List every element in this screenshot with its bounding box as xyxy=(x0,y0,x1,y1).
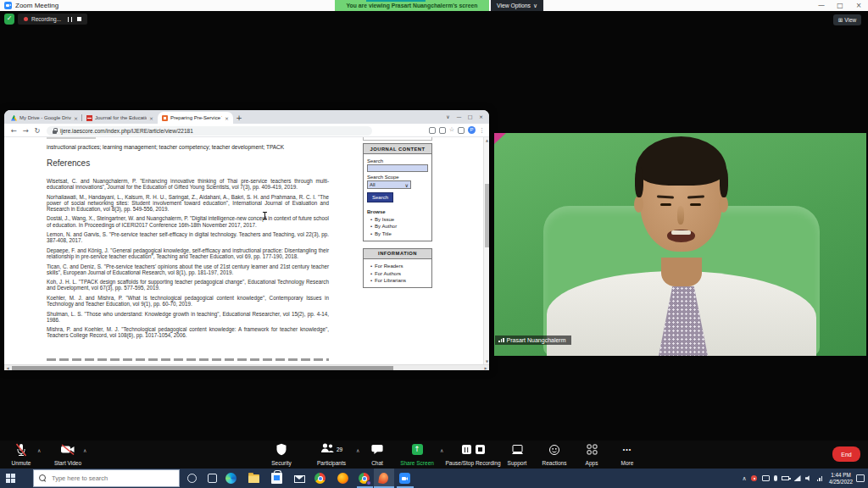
address-bar[interactable]: ijere.iaescore.com/index.php/IJERE/artic… xyxy=(47,126,372,136)
system-tray: ∧ xyxy=(742,469,822,488)
participants-button[interactable]: 29 Participants xyxy=(307,443,356,466)
chrome-profile-icon[interactable] xyxy=(359,473,370,484)
start-button[interactable] xyxy=(6,474,15,483)
task-view-icon[interactable] xyxy=(208,474,217,483)
zoom-taskbar-icon[interactable] xyxy=(399,473,410,484)
browser-maximize-button[interactable]: □ xyxy=(465,114,476,119)
journal-search-input[interactable] xyxy=(367,164,428,172)
vertical-scrollbar[interactable]: ▲ ▼ xyxy=(483,137,489,364)
for-librarians-link[interactable]: For Librarians xyxy=(367,278,428,283)
end-meeting-button[interactable]: End xyxy=(832,446,860,462)
stop-recording-icon[interactable] xyxy=(77,17,81,21)
taskbar-clock[interactable]: 1:44 PM 4/25/2022 xyxy=(829,472,853,485)
tab-search-icon[interactable]: ∨ xyxy=(442,114,453,119)
tray-mic-icon[interactable] xyxy=(774,475,777,481)
network-icon[interactable] xyxy=(794,475,801,481)
minimize-button[interactable]: — xyxy=(812,0,831,11)
battery-icon[interactable] xyxy=(782,476,789,480)
tray-display-icon[interactable] xyxy=(762,475,770,481)
url-text: ijere.iaescore.com/index.php/IJERE/artic… xyxy=(60,128,193,134)
tray-recording-icon[interactable] xyxy=(751,475,757,481)
share-page-icon[interactable] xyxy=(439,127,446,134)
journal-content-title: JOURNAL CONTENT xyxy=(364,144,431,154)
pause-recording-icon[interactable] xyxy=(68,17,72,22)
tab-close-icon[interactable]: × xyxy=(74,115,78,121)
back-icon[interactable]: ← xyxy=(8,124,19,137)
participants-count: 29 xyxy=(337,446,342,452)
vertical-scroll-thumb[interactable] xyxy=(485,184,489,247)
horizontal-scroll-thumb[interactable] xyxy=(12,366,393,370)
support-button[interactable]: Support xyxy=(498,443,536,466)
tab-google-drive[interactable]: My Drive - Google Drive × xyxy=(7,112,82,124)
reference-item: Wisetsat, C. and Nuangchalerm, P. "Enhan… xyxy=(47,178,329,190)
browser-close-button[interactable]: × xyxy=(476,114,487,119)
pause-recording-control-icon[interactable] xyxy=(462,445,471,454)
reload-icon[interactable]: ↻ xyxy=(31,124,43,137)
volume-icon[interactable] xyxy=(805,475,812,482)
reactions-button[interactable]: Reactions xyxy=(536,443,573,466)
laptop-icon xyxy=(511,443,524,456)
keywords-text: instructional practices; learning manage… xyxy=(47,144,328,150)
cortana-icon[interactable] xyxy=(187,474,197,483)
profile-avatar[interactable]: P xyxy=(468,126,476,134)
participant-name: Prasart Nuangchalerm xyxy=(507,337,566,343)
bookmark-star-icon[interactable]: ☆ xyxy=(449,126,454,134)
reference-item: Mishra, P. and Koehler, M. J. "Technolog… xyxy=(47,326,329,338)
recording-indicator: Recording... xyxy=(18,14,87,25)
wall-frame-corner xyxy=(494,133,506,144)
tab-close-icon[interactable]: × xyxy=(149,115,153,121)
zoom-meeting-window: Zoom Meeting You are viewing Prasart Nua… xyxy=(0,0,868,488)
scroll-right-icon[interactable]: ▶ xyxy=(482,365,489,371)
action-center-icon[interactable] xyxy=(856,474,865,482)
forward-icon[interactable]: → xyxy=(19,124,31,137)
cellular-signal-icon[interactable] xyxy=(817,476,823,481)
browse-by-title-link[interactable]: By Title xyxy=(367,231,428,236)
view-button[interactable]: ⊞ View xyxy=(833,14,861,25)
video-menu-chevron[interactable]: ∧ xyxy=(83,447,86,453)
unmute-button[interactable]: Unmute xyxy=(2,443,41,466)
shield-icon xyxy=(275,443,287,456)
hidden-icons-chevron[interactable]: ∧ xyxy=(742,475,746,482)
security-button[interactable]: Security xyxy=(259,443,303,466)
window-controls: — □ × xyxy=(812,0,868,11)
microsoft-store-icon[interactable] xyxy=(271,473,282,484)
taskbar-search-input[interactable] xyxy=(52,474,174,482)
person-nose xyxy=(677,206,684,225)
browser-menu-icon[interactable]: ⋮ xyxy=(479,127,485,134)
tab-article-active[interactable]: Preparing Pre-Service Teachers i... × xyxy=(158,112,233,124)
browse-by-issue-link[interactable]: By Issue xyxy=(367,217,428,222)
maximize-button[interactable]: □ xyxy=(831,0,849,11)
taskbar-search-box[interactable] xyxy=(33,469,180,487)
scroll-up-icon[interactable]: ▲ xyxy=(484,138,489,142)
active-app-slot[interactable] xyxy=(374,469,394,488)
horizontal-scrollbar[interactable]: ◀ ▶ xyxy=(4,364,489,370)
scroll-left-icon[interactable]: ◀ xyxy=(4,365,11,371)
banner-accent-bar xyxy=(366,0,426,2)
chrome-icon[interactable] xyxy=(314,473,326,484)
more-button[interactable]: ••• More xyxy=(610,443,644,466)
reference-item: Dostál, J., Wang, X., Steingartner, W. a… xyxy=(47,215,329,227)
view-options-button[interactable]: View Options ∨ xyxy=(491,0,543,11)
browse-by-author-link[interactable]: By Author xyxy=(367,224,428,229)
close-button[interactable]: × xyxy=(849,0,868,11)
search-scope-select[interactable]: All ∨ xyxy=(367,180,411,189)
journal-search-button[interactable]: Search xyxy=(367,192,393,202)
for-authors-link[interactable]: For Authors xyxy=(367,271,428,276)
file-explorer-icon[interactable] xyxy=(248,474,259,483)
unmute-menu-chevron[interactable]: ∧ xyxy=(37,447,41,453)
for-readers-link[interactable]: For Readers xyxy=(367,263,428,269)
new-tab-button[interactable]: + xyxy=(233,112,245,124)
chat-button[interactable]: Chat xyxy=(358,443,397,466)
scroll-down-icon[interactable]: ▼ xyxy=(484,359,489,363)
stop-recording-control-icon[interactable] xyxy=(476,445,485,454)
apps-button[interactable]: Apps xyxy=(575,443,609,466)
person-teeth xyxy=(671,230,691,235)
edge-icon[interactable] xyxy=(225,473,236,484)
tab-journal[interactable]: Journal for the Education of Gift... × xyxy=(82,112,158,124)
browser-minimize-button[interactable]: — xyxy=(453,114,465,119)
tab-close-icon[interactable]: × xyxy=(225,115,229,121)
mail-icon[interactable] xyxy=(294,475,305,483)
side-panel-icon[interactable] xyxy=(458,127,465,134)
lens-icon[interactable] xyxy=(429,127,436,134)
firefox-icon[interactable] xyxy=(337,473,348,484)
